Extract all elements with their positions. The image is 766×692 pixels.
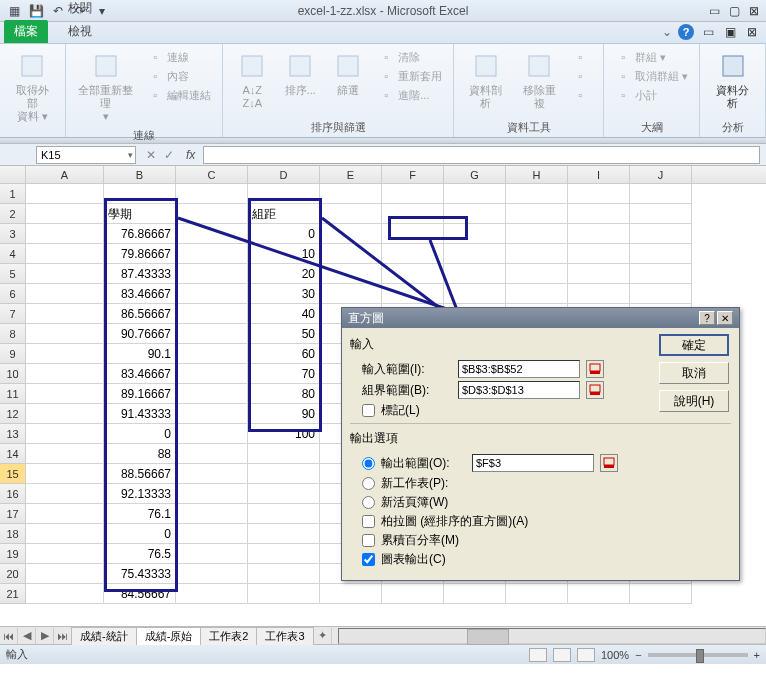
col-header-B[interactable]: B (104, 166, 176, 183)
wb-restore-icon[interactable]: ▣ (722, 25, 738, 39)
cell[interactable] (104, 184, 176, 204)
cell[interactable] (26, 304, 104, 324)
file-tab[interactable]: 檔案 (4, 20, 48, 43)
cell[interactable] (444, 284, 506, 304)
cell[interactable] (176, 324, 248, 344)
cell[interactable] (26, 204, 104, 224)
normal-view-icon[interactable] (529, 648, 547, 662)
cell[interactable]: 90.76667 (104, 324, 176, 344)
cell[interactable] (506, 224, 568, 244)
cell[interactable] (248, 464, 320, 484)
cell[interactable] (176, 564, 248, 584)
cell[interactable] (444, 224, 506, 244)
cell[interactable] (630, 584, 692, 604)
cell[interactable] (506, 184, 568, 204)
sheet-nav-last-icon[interactable]: ⏭ (54, 628, 72, 644)
minimize-icon[interactable]: ▭ (706, 4, 722, 18)
zoom-slider[interactable] (648, 653, 748, 657)
row-header[interactable]: 3 (0, 224, 26, 244)
cell[interactable] (382, 284, 444, 304)
cell[interactable] (248, 584, 320, 604)
cell[interactable] (26, 384, 104, 404)
row-header[interactable]: 14 (0, 444, 26, 464)
cell[interactable] (176, 344, 248, 364)
tab-校閱[interactable]: 校閱 (56, 0, 128, 20)
bin-range-refedit-icon[interactable] (586, 381, 604, 399)
cell[interactable]: 90.1 (104, 344, 176, 364)
cell[interactable] (382, 584, 444, 604)
cell[interactable] (26, 224, 104, 244)
cell[interactable]: 76.5 (104, 544, 176, 564)
cell[interactable] (26, 564, 104, 584)
cell[interactable]: 0 (248, 224, 320, 244)
row-header[interactable]: 19 (0, 544, 26, 564)
cell[interactable] (26, 484, 104, 504)
ribbon-minimize-icon[interactable]: ⌄ (662, 25, 672, 39)
ribbon-consol-button[interactable]: ▫ (569, 67, 595, 85)
ribbon-analysis-button[interactable]: 資料分析 (708, 48, 757, 112)
row-header[interactable]: 4 (0, 244, 26, 264)
col-header-E[interactable]: E (320, 166, 382, 183)
sheet-tab[interactable]: 工作表3 (256, 627, 313, 645)
cell[interactable] (176, 584, 248, 604)
ribbon-link-button[interactable]: ▫連線 (144, 48, 214, 66)
cell[interactable] (630, 184, 692, 204)
page-break-view-icon[interactable] (577, 648, 595, 662)
cell[interactable] (26, 524, 104, 544)
cell[interactable]: 0 (104, 524, 176, 544)
cell[interactable]: 79.86667 (104, 244, 176, 264)
ribbon-refresh-button[interactable]: 全部重新整理▾ (74, 48, 139, 126)
horizontal-scrollbar[interactable] (338, 628, 766, 644)
excel-icon[interactable]: ▦ (4, 2, 24, 20)
cell[interactable] (26, 464, 104, 484)
ok-button[interactable]: 確定 (659, 334, 729, 356)
cell[interactable]: 86.56667 (104, 304, 176, 324)
sheet-tab[interactable]: 工作表2 (200, 627, 257, 645)
col-header-G[interactable]: G (444, 166, 506, 183)
row-header[interactable]: 16 (0, 484, 26, 504)
page-layout-view-icon[interactable] (553, 648, 571, 662)
cell[interactable]: 90 (248, 404, 320, 424)
ribbon-ungroup-button[interactable]: ▫取消群組 ▾ (612, 67, 691, 85)
cell[interactable] (506, 264, 568, 284)
cell[interactable] (506, 284, 568, 304)
zoom-in-icon[interactable]: + (754, 649, 760, 661)
cell[interactable]: 10 (248, 244, 320, 264)
row-header[interactable]: 11 (0, 384, 26, 404)
sheet-tab[interactable]: 成績-統計 (71, 627, 137, 645)
col-header-H[interactable]: H (506, 166, 568, 183)
wb-minimize-icon[interactable]: ▭ (700, 25, 716, 39)
sheet-nav-prev-icon[interactable]: ◀ (18, 628, 36, 644)
cell[interactable]: 30 (248, 284, 320, 304)
cell[interactable] (26, 264, 104, 284)
ribbon-editlink-button[interactable]: ▫編輯連結 (144, 86, 214, 104)
col-header-I[interactable]: I (568, 166, 630, 183)
cell[interactable]: 75.43333 (104, 564, 176, 584)
cell[interactable] (176, 444, 248, 464)
cell[interactable] (444, 204, 506, 224)
dialog-titlebar[interactable]: 直方圖 ? ✕ (342, 308, 739, 328)
cell[interactable] (320, 264, 382, 284)
cell[interactable] (506, 204, 568, 224)
cell[interactable] (630, 284, 692, 304)
new-sheet-icon[interactable]: ✦ (314, 628, 332, 644)
cell[interactable] (568, 584, 630, 604)
cell[interactable]: 83.46667 (104, 364, 176, 384)
row-header[interactable]: 15 (0, 464, 26, 484)
cell[interactable] (568, 204, 630, 224)
cell[interactable] (176, 524, 248, 544)
cell[interactable] (568, 244, 630, 264)
output-range-field[interactable] (472, 454, 594, 472)
output-range-refedit-icon[interactable] (600, 454, 618, 472)
cell[interactable]: 20 (248, 264, 320, 284)
dialog-close-icon[interactable]: ✕ (717, 311, 733, 325)
ribbon-valid-button[interactable]: ▫ (569, 48, 595, 66)
cell[interactable] (176, 244, 248, 264)
cell[interactable]: 92.13333 (104, 484, 176, 504)
row-header[interactable]: 21 (0, 584, 26, 604)
row-header[interactable]: 20 (0, 564, 26, 584)
cell[interactable] (248, 544, 320, 564)
cell[interactable] (444, 264, 506, 284)
fx-enter-icon[interactable]: ✓ (164, 148, 174, 162)
select-all-corner[interactable] (0, 166, 26, 183)
